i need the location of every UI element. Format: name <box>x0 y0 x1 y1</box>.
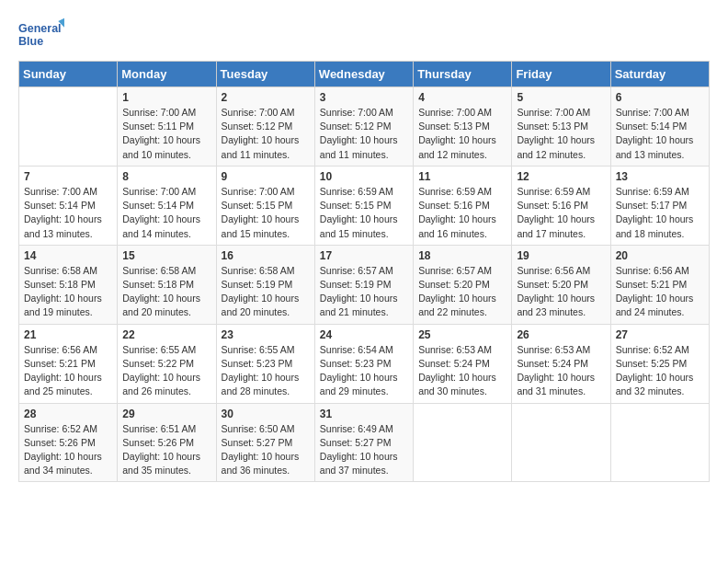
col-header-thursday: Thursday <box>414 62 512 87</box>
day-info: Sunrise: 6:52 AMSunset: 5:26 PMDaylight:… <box>24 422 112 478</box>
day-info: Sunrise: 6:58 AMSunset: 5:19 PMDaylight:… <box>222 264 310 320</box>
day-number: 12 <box>517 170 605 183</box>
day-number: 21 <box>24 328 112 341</box>
day-cell: 2Sunrise: 7:00 AMSunset: 5:12 PMDaylight… <box>216 87 314 167</box>
day-info: Sunrise: 6:59 AMSunset: 5:15 PMDaylight:… <box>320 185 408 241</box>
col-header-saturday: Saturday <box>610 62 709 87</box>
day-number: 2 <box>222 91 310 104</box>
day-cell: 8Sunrise: 7:00 AMSunset: 5:14 PMDaylight… <box>118 166 216 245</box>
day-cell: 14Sunrise: 6:58 AMSunset: 5:18 PMDayligh… <box>19 245 118 324</box>
week-row-5: 28Sunrise: 6:52 AMSunset: 5:26 PMDayligh… <box>19 403 710 482</box>
day-cell: 19Sunrise: 6:56 AMSunset: 5:20 PMDayligh… <box>512 245 610 324</box>
day-cell: 18Sunrise: 6:57 AMSunset: 5:20 PMDayligh… <box>414 245 512 324</box>
day-cell: 3Sunrise: 7:00 AMSunset: 5:12 PMDaylight… <box>314 87 413 167</box>
day-number: 3 <box>320 91 408 104</box>
day-cell <box>414 403 512 482</box>
col-header-sunday: Sunday <box>19 62 118 87</box>
day-info: Sunrise: 7:00 AMSunset: 5:12 PMDaylight:… <box>320 106 408 162</box>
day-info: Sunrise: 6:56 AMSunset: 5:21 PMDaylight:… <box>616 264 704 320</box>
day-number: 27 <box>616 328 704 341</box>
header-row: SundayMondayTuesdayWednesdayThursdayFrid… <box>19 62 710 87</box>
day-number: 13 <box>616 170 704 183</box>
day-cell: 10Sunrise: 6:59 AMSunset: 5:15 PMDayligh… <box>314 166 413 245</box>
day-info: Sunrise: 6:56 AMSunset: 5:21 PMDaylight:… <box>24 343 112 399</box>
day-number: 31 <box>320 408 408 420</box>
day-cell: 23Sunrise: 6:55 AMSunset: 5:23 PMDayligh… <box>216 324 314 403</box>
day-cell: 13Sunrise: 6:59 AMSunset: 5:17 PMDayligh… <box>610 166 709 245</box>
day-number: 23 <box>222 328 310 341</box>
day-number: 14 <box>24 249 112 262</box>
day-number: 26 <box>517 328 605 341</box>
day-number: 6 <box>616 91 704 104</box>
day-info: Sunrise: 6:53 AMSunset: 5:24 PMDaylight:… <box>517 343 605 399</box>
day-info: Sunrise: 6:57 AMSunset: 5:20 PMDaylight:… <box>418 264 506 320</box>
day-cell: 4Sunrise: 7:00 AMSunset: 5:13 PMDaylight… <box>414 87 512 167</box>
day-cell: 25Sunrise: 6:53 AMSunset: 5:24 PMDayligh… <box>414 324 512 403</box>
day-number: 4 <box>418 91 506 104</box>
day-number: 5 <box>517 91 605 104</box>
day-cell: 7Sunrise: 7:00 AMSunset: 5:14 PMDaylight… <box>19 166 118 245</box>
day-info: Sunrise: 6:58 AMSunset: 5:18 PMDaylight:… <box>24 264 112 320</box>
day-number: 19 <box>517 249 605 262</box>
day-cell: 22Sunrise: 6:55 AMSunset: 5:22 PMDayligh… <box>118 324 216 403</box>
svg-text:General: General <box>18 22 62 35</box>
day-number: 7 <box>24 170 112 183</box>
svg-text:Blue: Blue <box>18 35 43 48</box>
day-number: 20 <box>616 249 704 262</box>
calendar-table: SundayMondayTuesdayWednesdayThursdayFrid… <box>18 61 710 482</box>
logo-svg: General Blue <box>18 15 64 55</box>
day-info: Sunrise: 6:52 AMSunset: 5:25 PMDaylight:… <box>616 343 704 399</box>
day-info: Sunrise: 6:51 AMSunset: 5:26 PMDaylight:… <box>122 422 210 478</box>
day-cell: 6Sunrise: 7:00 AMSunset: 5:14 PMDaylight… <box>610 87 709 167</box>
day-info: Sunrise: 6:53 AMSunset: 5:24 PMDaylight:… <box>418 343 506 399</box>
day-number: 16 <box>222 249 310 262</box>
day-cell: 28Sunrise: 6:52 AMSunset: 5:26 PMDayligh… <box>19 403 118 482</box>
day-number: 10 <box>320 170 408 183</box>
day-number: 11 <box>418 170 506 183</box>
day-cell: 9Sunrise: 7:00 AMSunset: 5:15 PMDaylight… <box>216 166 314 245</box>
day-info: Sunrise: 7:00 AMSunset: 5:15 PMDaylight:… <box>222 185 310 241</box>
day-number: 8 <box>122 170 210 183</box>
day-info: Sunrise: 6:56 AMSunset: 5:20 PMDaylight:… <box>517 264 605 320</box>
day-info: Sunrise: 7:00 AMSunset: 5:11 PMDaylight:… <box>122 106 210 162</box>
day-cell: 16Sunrise: 6:58 AMSunset: 5:19 PMDayligh… <box>216 245 314 324</box>
week-row-3: 14Sunrise: 6:58 AMSunset: 5:18 PMDayligh… <box>19 245 710 324</box>
col-header-friday: Friday <box>512 62 610 87</box>
day-cell: 5Sunrise: 7:00 AMSunset: 5:13 PMDaylight… <box>512 87 610 167</box>
page-header: General Blue <box>18 15 710 55</box>
day-cell <box>512 403 610 482</box>
day-info: Sunrise: 6:59 AMSunset: 5:16 PMDaylight:… <box>517 185 605 241</box>
day-cell <box>610 403 709 482</box>
day-info: Sunrise: 6:54 AMSunset: 5:23 PMDaylight:… <box>320 343 408 399</box>
day-info: Sunrise: 6:59 AMSunset: 5:16 PMDaylight:… <box>418 185 506 241</box>
day-info: Sunrise: 6:59 AMSunset: 5:17 PMDaylight:… <box>616 185 704 241</box>
day-cell: 27Sunrise: 6:52 AMSunset: 5:25 PMDayligh… <box>610 324 709 403</box>
day-number: 29 <box>122 408 210 420</box>
day-number: 28 <box>24 408 112 420</box>
day-cell: 15Sunrise: 6:58 AMSunset: 5:18 PMDayligh… <box>118 245 216 324</box>
day-cell: 24Sunrise: 6:54 AMSunset: 5:23 PMDayligh… <box>314 324 413 403</box>
day-number: 1 <box>122 91 210 104</box>
day-info: Sunrise: 7:00 AMSunset: 5:12 PMDaylight:… <box>222 106 310 162</box>
day-cell: 26Sunrise: 6:53 AMSunset: 5:24 PMDayligh… <box>512 324 610 403</box>
day-cell: 20Sunrise: 6:56 AMSunset: 5:21 PMDayligh… <box>610 245 709 324</box>
day-number: 18 <box>418 249 506 262</box>
col-header-tuesday: Tuesday <box>216 62 314 87</box>
day-number: 9 <box>222 170 310 183</box>
day-cell: 30Sunrise: 6:50 AMSunset: 5:27 PMDayligh… <box>216 403 314 482</box>
day-info: Sunrise: 6:55 AMSunset: 5:22 PMDaylight:… <box>122 343 210 399</box>
day-info: Sunrise: 7:00 AMSunset: 5:14 PMDaylight:… <box>122 185 210 241</box>
logo: General Blue <box>18 15 64 55</box>
day-cell: 12Sunrise: 6:59 AMSunset: 5:16 PMDayligh… <box>512 166 610 245</box>
col-header-monday: Monday <box>118 62 216 87</box>
day-cell <box>19 87 118 167</box>
day-number: 22 <box>122 328 210 341</box>
week-row-1: 1Sunrise: 7:00 AMSunset: 5:11 PMDaylight… <box>19 87 710 167</box>
day-info: Sunrise: 6:55 AMSunset: 5:23 PMDaylight:… <box>222 343 310 399</box>
day-info: Sunrise: 6:50 AMSunset: 5:27 PMDaylight:… <box>222 422 310 478</box>
day-info: Sunrise: 7:00 AMSunset: 5:13 PMDaylight:… <box>418 106 506 162</box>
day-cell: 17Sunrise: 6:57 AMSunset: 5:19 PMDayligh… <box>314 245 413 324</box>
day-info: Sunrise: 7:00 AMSunset: 5:13 PMDaylight:… <box>517 106 605 162</box>
week-row-2: 7Sunrise: 7:00 AMSunset: 5:14 PMDaylight… <box>19 166 710 245</box>
day-cell: 29Sunrise: 6:51 AMSunset: 5:26 PMDayligh… <box>118 403 216 482</box>
